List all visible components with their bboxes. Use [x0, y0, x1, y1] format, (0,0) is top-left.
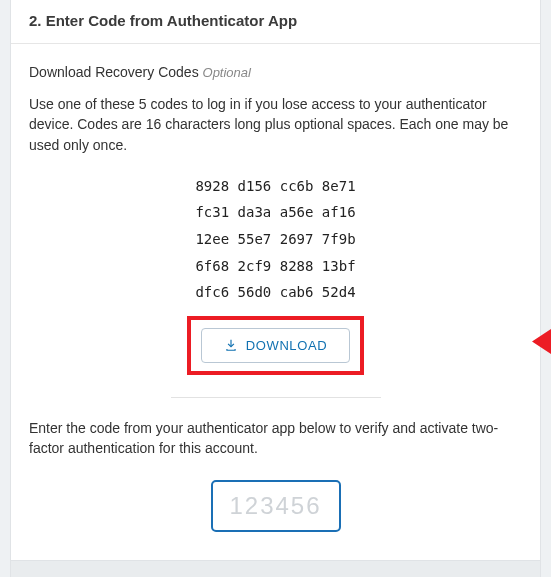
recovery-codes-list: 8928 d156 cc6b 8e71 fc31 da3a a56e af16 …	[195, 173, 355, 306]
section-title: 2. Enter Code from Authenticator App	[29, 12, 522, 29]
download-button[interactable]: DOWNLOAD	[201, 328, 350, 363]
auth-code-input[interactable]	[211, 480, 341, 532]
recovery-code: 12ee 55e7 2697 7f9b	[195, 226, 355, 253]
recovery-code: 6f68 2cf9 8288 13bf	[195, 253, 355, 280]
divider	[171, 397, 381, 398]
recovery-subheading: Download Recovery Codes Optional	[29, 64, 522, 80]
download-icon	[224, 338, 238, 352]
verify-instruction: Enter the code from your authenticator a…	[29, 418, 522, 459]
recovery-code: 8928 d156 cc6b 8e71	[195, 173, 355, 200]
annotation-arrow-icon	[532, 321, 551, 366]
annotation-highlight-box: DOWNLOAD	[187, 316, 364, 375]
recovery-code: fc31 da3a a56e af16	[195, 199, 355, 226]
svg-marker-0	[532, 325, 551, 359]
download-button-label: DOWNLOAD	[246, 338, 327, 353]
recovery-subhead-text: Download Recovery Codes	[29, 64, 199, 80]
recovery-code: dfc6 56d0 cab6 52d4	[195, 279, 355, 306]
recovery-description: Use one of these 5 codes to log in if yo…	[29, 94, 522, 155]
optional-tag: Optional	[203, 65, 251, 80]
